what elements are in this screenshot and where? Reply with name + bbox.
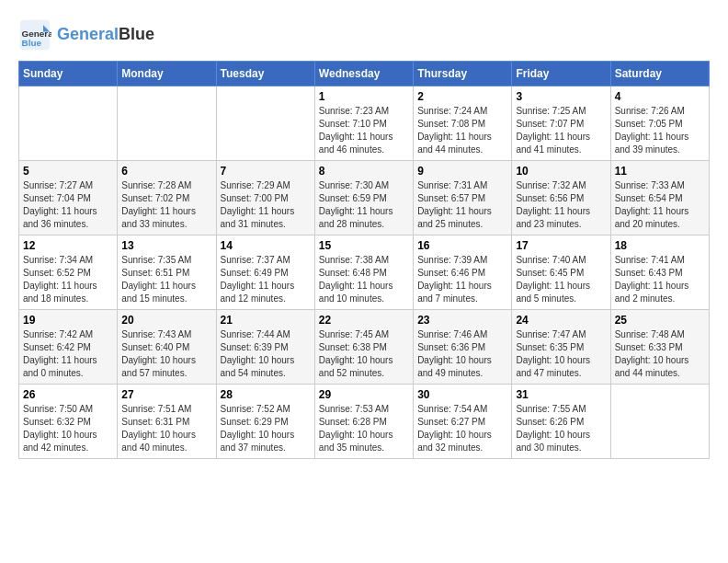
calendar-cell [19,86,118,161]
day-info: Sunrise: 7:31 AM Sunset: 6:57 PM Dayligh… [417,179,507,231]
day-of-week-header: Sunday [19,62,118,86]
calendar-cell [118,86,216,161]
calendar-cell: 24Sunrise: 7:47 AM Sunset: 6:35 PM Dayli… [512,310,610,385]
calendar-cell: 21Sunrise: 7:44 AM Sunset: 6:39 PM Dayli… [216,310,314,385]
day-info: Sunrise: 7:42 AM Sunset: 6:42 PM Dayligh… [23,328,113,380]
day-info: Sunrise: 7:30 AM Sunset: 6:59 PM Dayligh… [319,179,409,231]
day-info: Sunrise: 7:48 AM Sunset: 6:33 PM Dayligh… [615,328,705,380]
day-number: 31 [516,388,606,401]
day-info: Sunrise: 7:44 AM Sunset: 6:39 PM Dayligh… [221,328,311,380]
day-info: Sunrise: 7:39 AM Sunset: 6:46 PM Dayligh… [417,254,507,305]
day-number: 26 [23,388,113,401]
calendar-cell: 29Sunrise: 7:53 AM Sunset: 6:28 PM Dayli… [314,385,413,459]
day-number: 17 [516,239,606,252]
day-number: 25 [615,314,705,327]
day-info: Sunrise: 7:55 AM Sunset: 6:26 PM Dayligh… [516,403,606,454]
day-number: 24 [516,314,606,327]
day-number: 4 [615,90,705,103]
day-number: 11 [615,165,705,178]
day-of-week-header: Wednesday [314,62,413,86]
day-number: 13 [121,239,211,252]
calendar-table: SundayMondayTuesdayWednesdayThursdayFrid… [18,61,710,459]
calendar-cell [610,385,709,459]
day-info: Sunrise: 7:53 AM Sunset: 6:28 PM Dayligh… [319,403,409,454]
calendar-week-row: 12Sunrise: 7:34 AM Sunset: 6:52 PM Dayli… [19,236,710,310]
day-info: Sunrise: 7:51 AM Sunset: 6:31 PM Dayligh… [121,403,211,454]
days-of-week-row: SundayMondayTuesdayWednesdayThursdayFrid… [19,62,710,86]
day-number: 8 [319,165,409,178]
calendar-cell: 22Sunrise: 7:45 AM Sunset: 6:38 PM Dayli… [314,310,413,385]
calendar-cell: 5Sunrise: 7:27 AM Sunset: 7:04 PM Daylig… [19,161,118,236]
calendar-cell: 13Sunrise: 7:35 AM Sunset: 6:51 PM Dayli… [118,236,216,310]
calendar-cell: 11Sunrise: 7:33 AM Sunset: 6:54 PM Dayli… [610,161,709,236]
day-number: 19 [23,314,113,327]
day-of-week-header: Tuesday [216,62,314,86]
day-number: 3 [516,90,606,103]
day-number: 22 [319,314,409,327]
calendar-cell [216,86,314,161]
day-number: 5 [23,165,113,178]
day-number: 18 [615,239,705,252]
calendar-cell: 10Sunrise: 7:32 AM Sunset: 6:56 PM Dayli… [512,161,610,236]
calendar-cell: 27Sunrise: 7:51 AM Sunset: 6:31 PM Dayli… [118,385,216,459]
day-info: Sunrise: 7:28 AM Sunset: 7:02 PM Dayligh… [121,179,211,231]
day-info: Sunrise: 7:47 AM Sunset: 6:35 PM Dayligh… [516,328,606,380]
day-info: Sunrise: 7:54 AM Sunset: 6:27 PM Dayligh… [417,403,507,454]
day-info: Sunrise: 7:33 AM Sunset: 6:54 PM Dayligh… [615,179,705,231]
calendar-cell: 7Sunrise: 7:29 AM Sunset: 7:00 PM Daylig… [216,161,314,236]
day-number: 27 [121,388,211,401]
calendar-cell: 30Sunrise: 7:54 AM Sunset: 6:27 PM Dayli… [414,385,512,459]
calendar-week-row: 19Sunrise: 7:42 AM Sunset: 6:42 PM Dayli… [19,310,710,385]
calendar-cell: 26Sunrise: 7:50 AM Sunset: 6:32 PM Dayli… [19,385,118,459]
calendar-cell: 31Sunrise: 7:55 AM Sunset: 6:26 PM Dayli… [512,385,610,459]
day-number: 9 [417,165,507,178]
day-info: Sunrise: 7:45 AM Sunset: 6:38 PM Dayligh… [319,328,409,380]
day-number: 16 [417,239,507,252]
day-number: 1 [319,90,409,103]
day-number: 10 [516,165,606,178]
day-of-week-header: Monday [118,62,216,86]
day-info: Sunrise: 7:29 AM Sunset: 7:00 PM Dayligh… [221,179,311,231]
calendar-header: SundayMondayTuesdayWednesdayThursdayFrid… [19,62,710,86]
calendar-cell: 14Sunrise: 7:37 AM Sunset: 6:49 PM Dayli… [216,236,314,310]
calendar-cell: 17Sunrise: 7:40 AM Sunset: 6:45 PM Dayli… [512,236,610,310]
day-info: Sunrise: 7:34 AM Sunset: 6:52 PM Dayligh… [23,254,113,305]
calendar-week-row: 5Sunrise: 7:27 AM Sunset: 7:04 PM Daylig… [19,161,710,236]
calendar-cell: 8Sunrise: 7:30 AM Sunset: 6:59 PM Daylig… [314,161,413,236]
day-number: 28 [221,388,311,401]
day-info: Sunrise: 7:46 AM Sunset: 6:36 PM Dayligh… [417,328,507,380]
day-info: Sunrise: 7:37 AM Sunset: 6:49 PM Dayligh… [221,254,311,305]
calendar-cell: 23Sunrise: 7:46 AM Sunset: 6:36 PM Dayli… [414,310,512,385]
day-number: 23 [417,314,507,327]
calendar-cell: 4Sunrise: 7:26 AM Sunset: 7:05 PM Daylig… [610,86,709,161]
day-number: 14 [221,239,311,252]
day-info: Sunrise: 7:27 AM Sunset: 7:04 PM Dayligh… [23,179,113,231]
day-number: 6 [121,165,211,178]
calendar-week-row: 26Sunrise: 7:50 AM Sunset: 6:32 PM Dayli… [19,385,710,459]
day-number: 15 [319,239,409,252]
calendar-cell: 2Sunrise: 7:24 AM Sunset: 7:08 PM Daylig… [414,86,512,161]
day-info: Sunrise: 7:43 AM Sunset: 6:40 PM Dayligh… [121,328,211,380]
calendar-cell: 18Sunrise: 7:41 AM Sunset: 6:43 PM Dayli… [610,236,709,310]
calendar-cell: 20Sunrise: 7:43 AM Sunset: 6:40 PM Dayli… [118,310,216,385]
day-info: Sunrise: 7:26 AM Sunset: 7:05 PM Dayligh… [615,105,705,156]
day-info: Sunrise: 7:24 AM Sunset: 7:08 PM Dayligh… [417,105,507,156]
day-info: Sunrise: 7:35 AM Sunset: 6:51 PM Dayligh… [121,254,211,305]
day-of-week-header: Thursday [414,62,512,86]
day-info: Sunrise: 7:38 AM Sunset: 6:48 PM Dayligh… [319,254,409,305]
calendar-cell: 3Sunrise: 7:25 AM Sunset: 7:07 PM Daylig… [512,86,610,161]
calendar-cell: 28Sunrise: 7:52 AM Sunset: 6:29 PM Dayli… [216,385,314,459]
calendar-cell: 12Sunrise: 7:34 AM Sunset: 6:52 PM Dayli… [19,236,118,310]
calendar-cell: 15Sunrise: 7:38 AM Sunset: 6:48 PM Dayli… [314,236,413,310]
day-number: 21 [221,314,311,327]
day-of-week-header: Saturday [610,62,709,86]
day-number: 12 [23,239,113,252]
day-number: 20 [121,314,211,327]
day-info: Sunrise: 7:23 AM Sunset: 7:10 PM Dayligh… [319,105,409,156]
day-info: Sunrise: 7:25 AM Sunset: 7:07 PM Dayligh… [516,105,606,156]
day-info: Sunrise: 7:32 AM Sunset: 6:56 PM Dayligh… [516,179,606,231]
day-of-week-header: Friday [512,62,610,86]
logo-icon: General Blue [18,18,51,52]
calendar-cell: 25Sunrise: 7:48 AM Sunset: 6:33 PM Dayli… [610,310,709,385]
day-number: 2 [417,90,507,103]
